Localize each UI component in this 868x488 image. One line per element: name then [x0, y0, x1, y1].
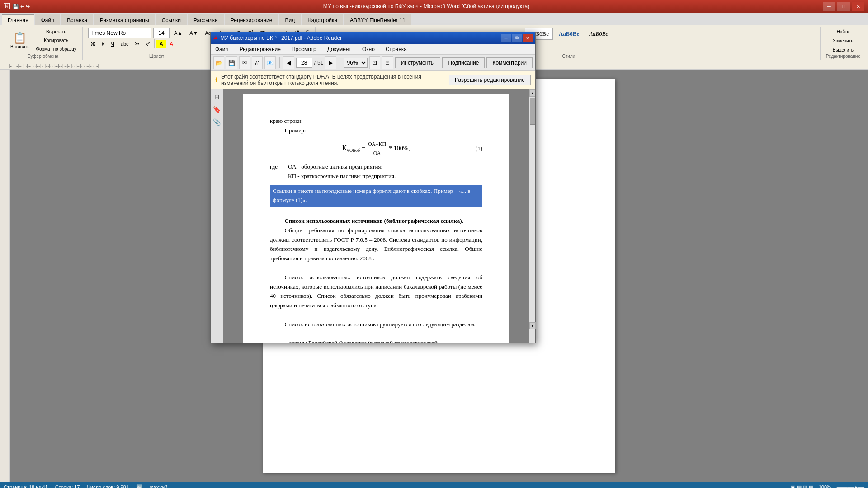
tab-references[interactable]: Ссылки	[156, 14, 187, 25]
formula-content: КЧОБоб = ОА−КП ОА * 100%,	[342, 140, 410, 158]
tab-file[interactable]: Файл	[35, 14, 61, 25]
word-sidebar	[0, 70, 10, 482]
font-size-input[interactable]	[153, 28, 170, 38]
font-grow-button[interactable]: A▲	[171, 29, 185, 37]
tab-addins[interactable]: Надстройки	[302, 14, 343, 25]
word-count: Число слов: 9 981	[87, 484, 129, 488]
page-number-input[interactable]	[296, 58, 312, 68]
font-group: A▲ A▼ Aa ✦ Ж К Ч abc x₂ x² A A Шрифт	[85, 27, 229, 60]
para1: Общие требования по формирования списка …	[270, 226, 482, 263]
adobe-logo-icon: A	[213, 34, 217, 42]
style-heading1[interactable]: АаБбВе	[555, 28, 583, 40]
tab-insert[interactable]: Вставка	[61, 14, 93, 25]
superscript-button[interactable]: x²	[143, 40, 152, 48]
tools-button[interactable]: Инструменты	[395, 57, 441, 68]
underline-button[interactable]: Ч	[108, 40, 117, 48]
tab-mailings[interactable]: Рассылки	[188, 14, 224, 25]
scroll-up-button[interactable]: ▲	[529, 89, 535, 97]
font-name-input[interactable]	[88, 28, 151, 38]
adobe-title-left: A МУ бакалавры по ВКР_ 2017.pdf - Adobe …	[213, 34, 342, 42]
cut-button[interactable]: Вырезать	[33, 28, 79, 36]
strikethrough-button[interactable]: abc	[118, 40, 132, 48]
ribbon-tabs: Главная Файл Вставка Разметка страницы С…	[0, 13, 868, 25]
find-button[interactable]: Найти	[830, 28, 856, 36]
notify-icon: ℹ	[215, 76, 217, 84]
adobe-menu-window[interactable]: Окно	[360, 45, 377, 53]
language: русский	[150, 484, 167, 488]
fit-page-button[interactable]: ⊡	[369, 56, 380, 69]
style-heading2[interactable]: АаБбВе	[585, 28, 612, 40]
window-title: МУ по вып-нию курсовой по БФУ заоч - Mic…	[30, 3, 823, 9]
comments-button[interactable]: Комментарии	[486, 57, 533, 68]
replace-button[interactable]: Заменить	[830, 37, 856, 45]
adobe-menu-edit[interactable]: Редактирование	[238, 45, 283, 53]
where-label: где	[270, 163, 278, 170]
page-info: Страница: 18 из 41	[4, 484, 48, 488]
attachment-panel-button[interactable]: 📎	[212, 117, 222, 127]
tab-review[interactable]: Рецензирование	[225, 14, 278, 25]
tab-abbyy[interactable]: ABBYY FineReader 11	[344, 14, 411, 25]
styles-label: Стили	[562, 54, 576, 59]
scroll-thumb[interactable]	[530, 98, 535, 125]
adobe-menu-help[interactable]: Справка	[384, 45, 409, 53]
adobe-content: ⊞ 🔖 📎 краю строки. Пример: КЧОБоб	[211, 89, 535, 343]
zoom-slider[interactable]: ─────●──	[837, 484, 864, 488]
font-color-button[interactable]: A	[167, 40, 176, 48]
adobe-menu-doc[interactable]: Документ	[326, 45, 353, 53]
close-button[interactable]: ✕	[852, 2, 864, 11]
fit-width-button[interactable]: ⊟	[382, 56, 393, 69]
fraction-denominator: ОА	[373, 149, 382, 158]
format-painter-button[interactable]: Формат по образцу	[33, 45, 79, 53]
clipboard-group: 📋 Вставить Вырезать Копировать Формат по…	[4, 27, 83, 60]
page-total: 51	[317, 60, 323, 66]
quick-access: 💾 ↩ ↪	[13, 4, 30, 9]
tab-view[interactable]: Вид	[279, 14, 301, 25]
copy-button[interactable]: Копировать	[33, 37, 79, 44]
italic-button[interactable]: К	[99, 40, 107, 48]
adobe-doc-area[interactable]: краю строки. Пример: КЧОБоб = ОА−КП ОА	[223, 89, 529, 343]
select-button[interactable]: Выделить	[830, 46, 856, 54]
adobe-minimize-button[interactable]: ─	[501, 34, 511, 42]
tab-home[interactable]: Главная	[2, 14, 34, 25]
adobe-menu-view[interactable]: Просмотр	[290, 45, 318, 53]
page-separator: /	[314, 60, 316, 66]
adobe-email-button[interactable]: 📧	[264, 56, 275, 69]
scroll-down-button[interactable]: ▼	[529, 322, 535, 329]
spell-check-icon: 🔤	[136, 484, 142, 488]
bookmark-panel-button[interactable]: 🔖	[212, 104, 222, 115]
adobe-restore-button[interactable]: ⧉	[512, 34, 522, 42]
adobe-toolbar: 📂 💾 ✉ 🖨 📧 ◀ / 51 ▶ 96% ⊡ ⊟ Инструменты П…	[211, 55, 535, 71]
highlight-button[interactable]: A	[156, 40, 166, 48]
adobe-open-button[interactable]: 📂	[213, 56, 224, 69]
adobe-scrollbar[interactable]: ▲ ▼	[529, 89, 535, 343]
minimize-button[interactable]: ─	[823, 2, 835, 11]
adobe-section-buttons: Инструменты Подписание Комментарии	[395, 57, 533, 68]
zoom-select[interactable]: 96%	[344, 58, 368, 68]
subscript-button[interactable]: x₂	[132, 39, 142, 48]
font-shrink-button[interactable]: A▼	[187, 29, 200, 37]
word-icon: 🅆	[4, 3, 10, 10]
adobe-left-panel: ⊞ 🔖 📎	[211, 89, 223, 343]
adobe-print-button[interactable]: 🖨	[252, 56, 263, 69]
adobe-next-page-button[interactable]: ▶	[325, 56, 336, 69]
para3: Список использованных источников группир…	[270, 320, 482, 329]
separator	[154, 39, 155, 48]
sign-button[interactable]: Подписание	[442, 57, 485, 68]
adobe-menu-file[interactable]: Файл	[213, 45, 231, 53]
adobe-close-button[interactable]: ✕	[523, 34, 533, 42]
paste-icon: 📋	[13, 32, 27, 44]
thumbnail-panel-button[interactable]: ⊞	[212, 91, 222, 102]
adobe-save-button[interactable]: 💾	[226, 56, 237, 69]
adobe-send-button[interactable]: ✉	[239, 56, 250, 69]
paste-button[interactable]: 📋 Вставить	[7, 29, 33, 52]
title-bar-left: 🅆 💾 ↩ ↪	[4, 3, 30, 10]
formula-fraction: ОА−КП ОА	[367, 140, 387, 158]
tab-page-layout[interactable]: Разметка страницы	[94, 14, 155, 25]
window-controls: ─ □ ✕	[823, 2, 864, 11]
adobe-prev-page-button[interactable]: ◀	[283, 56, 294, 69]
editing-label: Редактирование	[826, 54, 860, 59]
bold-button[interactable]: Ж	[88, 40, 98, 48]
maximize-button[interactable]: □	[837, 2, 850, 11]
allow-edit-button[interactable]: Разрешить редактирование	[449, 75, 531, 85]
para4: − законы Российской Федерации (в прямой …	[270, 338, 482, 343]
